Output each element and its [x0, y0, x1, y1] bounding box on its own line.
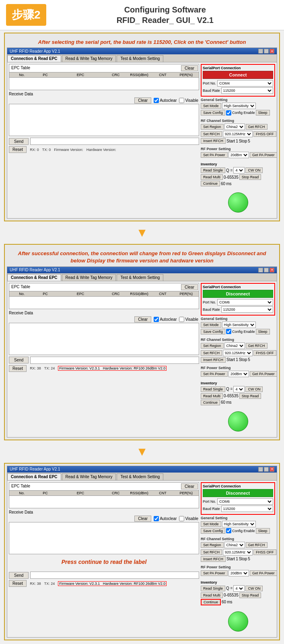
cw-btn-2[interactable]: CW ON — [245, 386, 263, 392]
power-select-1[interactable]: 20dBm — [228, 152, 249, 158]
tab-test-3[interactable]: Test & Modem Setting — [117, 473, 163, 480]
port-select-1[interactable]: COM4COM5COM6 — [217, 80, 273, 87]
clear-receive-btn-2[interactable]: Clear — [134, 316, 151, 322]
send-input-1[interactable] — [30, 138, 199, 145]
clear-receive-btn-3[interactable]: Clear — [134, 516, 151, 522]
set-mode-btn-2[interactable]: Set Mode — [201, 322, 221, 328]
set-rfch-btn-1[interactable]: Set RFCH — [201, 131, 222, 137]
read-multi-btn-2[interactable]: Read Multi — [201, 393, 223, 399]
q-select-3[interactable]: 4 — [233, 585, 245, 592]
cw-btn-3[interactable]: CW ON — [245, 586, 263, 591]
set-rfch-btn-2[interactable]: Set RFCH — [201, 350, 222, 356]
set-region-btn-2[interactable]: Set Region — [201, 343, 224, 349]
sensitivity-select-1[interactable]: High Sensitivity — [222, 103, 256, 109]
get-pa-btn-2[interactable]: Get PA Power — [250, 371, 277, 377]
tab-test-2[interactable]: Test & Modem Setting — [117, 274, 163, 281]
reset-btn-3[interactable]: Reset — [9, 580, 27, 587]
send-input-3[interactable] — [30, 572, 199, 579]
power-select-2[interactable]: 20dBm — [228, 371, 249, 377]
maximize-btn-1[interactable]: □ — [264, 49, 269, 54]
tab-connection-3[interactable]: Connection & Read EPC — [7, 473, 61, 480]
tab-connection-1[interactable]: Connection & Read EPC — [7, 55, 61, 62]
continue-btn-1[interactable]: Continue — [201, 181, 220, 186]
insert-rfch-btn-2[interactable]: Insert RFCH — [201, 357, 226, 363]
visable-input-3[interactable] — [179, 516, 184, 521]
send-btn-3[interactable]: Send — [9, 572, 29, 579]
config-enable-2[interactable]: Config Enable — [226, 329, 255, 334]
maximize-btn-2[interactable]: □ — [264, 268, 269, 272]
read-single-btn-2[interactable]: Read Single — [201, 386, 225, 392]
read-single-btn-1[interactable]: Read Single — [201, 167, 225, 173]
send-input-2[interactable] — [30, 357, 199, 364]
stop-read-btn-3[interactable]: Stop Read — [239, 592, 261, 598]
stop-read-btn-1[interactable]: Stop Read — [239, 174, 261, 180]
autoclear-input-3[interactable] — [154, 516, 159, 521]
config-enable-input-3[interactable] — [226, 528, 231, 533]
clear-epc-btn-3[interactable]: Clear — [181, 483, 198, 489]
connect-btn-1[interactable]: Connect — [203, 71, 273, 79]
read-multi-btn-3[interactable]: Read Multi — [201, 592, 223, 598]
get-pa-btn-3[interactable]: Get PA Power — [250, 570, 277, 576]
reset-btn-1[interactable]: Reset — [9, 146, 27, 153]
get-pa-btn-1[interactable]: Get PA Power — [250, 152, 277, 158]
sleep-btn-1[interactable]: Sleep — [256, 110, 270, 116]
cw-btn-1[interactable]: CW ON — [245, 167, 263, 173]
q-select-1[interactable]: 4 — [233, 167, 245, 173]
continue-btn-2[interactable]: Continue — [201, 400, 220, 405]
fhss-btn-2[interactable]: FHSS OFF — [253, 350, 276, 356]
minimize-btn-1[interactable]: _ — [258, 49, 263, 54]
set-mode-btn-1[interactable]: Set Mode — [201, 103, 221, 109]
fhss-btn-3[interactable]: FHSS OFF — [253, 549, 276, 555]
visable-check-1[interactable]: Visable — [179, 98, 198, 103]
sensitivity-select-3[interactable]: High Sensitivity — [222, 521, 256, 527]
region-select-3[interactable]: China2 — [224, 542, 245, 548]
minimize-btn-3[interactable]: _ — [258, 467, 263, 472]
autoclear-check-3[interactable]: Autoclear — [154, 516, 177, 521]
set-region-btn-1[interactable]: Set Region — [201, 124, 224, 130]
minimize-btn-2[interactable]: _ — [258, 268, 263, 272]
reset-btn-2[interactable]: Reset — [9, 365, 27, 372]
baud-select-1[interactable]: 1152009600 — [221, 87, 273, 94]
freq-select-2[interactable]: 920.125MHz — [223, 350, 253, 356]
close-btn-2[interactable]: ✕ — [270, 268, 274, 272]
save-config-btn-1[interactable]: Save Config — [201, 110, 225, 116]
port-select-2[interactable]: COM6COM4 — [217, 299, 273, 305]
autoclear-input-1[interactable] — [154, 98, 159, 103]
baud-select-2[interactable]: 115200 — [221, 306, 273, 313]
config-enable-input-2[interactable] — [226, 329, 231, 334]
clear-epc-btn-2[interactable]: Clear — [181, 284, 198, 290]
save-config-btn-2[interactable]: Save Config — [201, 329, 225, 334]
read-single-btn-3[interactable]: Read Single — [201, 586, 225, 591]
continue-btn-3[interactable]: Continue — [201, 599, 221, 605]
set-rfch-btn-3[interactable]: Set RFCH — [201, 549, 222, 555]
q-select-2[interactable]: 4 — [233, 386, 245, 392]
set-region-btn-3[interactable]: Set Region — [201, 542, 224, 548]
tab-readwrite-2[interactable]: Read & Write Tag Memory — [62, 274, 116, 281]
sleep-btn-3[interactable]: Sleep — [256, 528, 270, 534]
send-btn-1[interactable]: Send — [9, 138, 29, 145]
clear-epc-btn-1[interactable]: Clear — [181, 65, 198, 71]
close-btn-3[interactable]: ✕ — [270, 467, 274, 472]
freq-select-1[interactable]: 920.125MHz — [223, 131, 253, 137]
visable-check-3[interactable]: Visable — [179, 516, 198, 521]
get-rfch-btn-3[interactable]: Get RFCH — [246, 542, 268, 548]
tab-readwrite-1[interactable]: Read & Write Tag Memory — [62, 55, 116, 62]
visable-input-1[interactable] — [179, 98, 184, 103]
maximize-btn-3[interactable]: □ — [264, 467, 269, 472]
sensitivity-select-2[interactable]: High Sensitivity — [222, 322, 256, 328]
set-pa-btn-3[interactable]: Set PA Power — [201, 570, 228, 576]
fhss-btn-1[interactable]: FHSS OFF — [253, 131, 276, 137]
get-rfch-btn-1[interactable]: Get RFCH — [246, 124, 268, 130]
region-select-1[interactable]: China2 — [224, 124, 245, 130]
save-config-btn-3[interactable]: Save Config — [201, 528, 225, 534]
set-mode-btn-3[interactable]: Set Mode — [201, 521, 221, 527]
config-enable-3[interactable]: Config Enable — [226, 528, 255, 533]
visable-input-2[interactable] — [179, 317, 184, 322]
disconnect-btn-3[interactable]: Disconnect — [203, 489, 273, 497]
disconnect-btn-2[interactable]: Disconnect — [203, 290, 273, 298]
read-multi-btn-1[interactable]: Read Multi — [201, 174, 223, 180]
tab-connection-2[interactable]: Connection & Read EPC — [7, 274, 61, 281]
tab-readwrite-3[interactable]: Read & Write Tag Memory — [62, 473, 116, 480]
baud-select-3[interactable]: 115200 — [221, 506, 273, 512]
autoclear-check-1[interactable]: Autoclear — [154, 98, 177, 103]
